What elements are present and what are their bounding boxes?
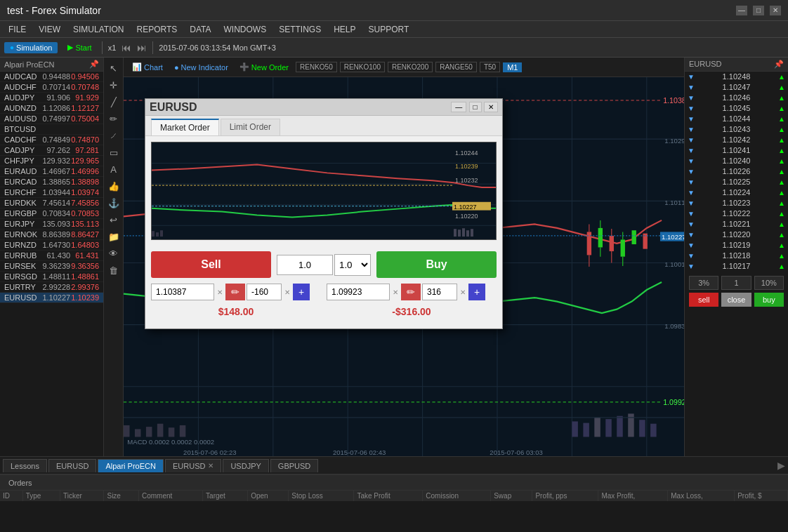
buy-button[interactable]: Buy bbox=[376, 251, 497, 278]
instrument-row[interactable]: AUDJPY 91.906 91.929 bbox=[0, 93, 103, 103]
orderbook-row[interactable]: ▼ 1.10243 ▲ bbox=[685, 124, 788, 135]
lot-dropdown[interactable]: 1.0 0.1 0.01 bbox=[334, 254, 371, 276]
instrument-row[interactable]: EURSGD 1.48811 1.48861 bbox=[0, 272, 103, 282]
instrument-row[interactable]: CHFJPY 129.932 129.965 bbox=[0, 156, 103, 166]
lessons-tab[interactable]: Lessons bbox=[3, 459, 47, 472]
orderbook-row[interactable]: ▼ 1.10219 ▲ bbox=[685, 240, 788, 251]
orderbook-row[interactable]: ▼ 1.10224 ▲ bbox=[685, 187, 788, 198]
orderbook-row[interactable]: ▼ 1.10222 ▲ bbox=[685, 208, 788, 219]
text-tool[interactable]: A bbox=[106, 161, 122, 177]
dialog-minimize[interactable]: — bbox=[451, 102, 466, 112]
new-order-button[interactable]: ➕ New Order bbox=[235, 61, 293, 73]
quick-close-button[interactable]: close bbox=[721, 293, 751, 307]
eye-tool[interactable]: 👁 bbox=[106, 246, 122, 261]
period-m1-button[interactable]: M1 bbox=[503, 62, 522, 72]
buy-edit-button[interactable]: ✏ bbox=[401, 284, 421, 300]
start-button[interactable]: ▶ Start bbox=[63, 41, 96, 53]
limit-order-tab[interactable]: Limit Order bbox=[221, 119, 280, 135]
renko100-tag[interactable]: RENKO100 bbox=[340, 62, 385, 72]
eurusd-tab1[interactable]: EURUSD bbox=[48, 459, 96, 472]
simulation-button[interactable]: ● Simulation bbox=[4, 42, 58, 53]
pin-icon2[interactable]: 📌 bbox=[774, 60, 784, 69]
cursor-tool[interactable]: ↖ bbox=[106, 60, 122, 76]
orderbook-row[interactable]: ▼ 1.10221 ▲ bbox=[685, 219, 788, 230]
maximize-button[interactable]: □ bbox=[753, 6, 764, 15]
quick-buy-button[interactable]: buy bbox=[754, 293, 784, 307]
minimize-button[interactable]: — bbox=[736, 6, 747, 15]
eurusd-tab2[interactable]: EURUSD ✕ bbox=[165, 459, 221, 472]
folder-tool[interactable]: 📁 bbox=[106, 229, 122, 244]
market-order-tab[interactable]: Market Order bbox=[151, 119, 219, 135]
orderbook-row[interactable]: ▼ 1.10223 ▲ bbox=[685, 198, 788, 208]
pencil-tool[interactable]: ✏ bbox=[106, 111, 122, 126]
tab-close-icon[interactable]: ✕ bbox=[208, 462, 214, 470]
dialog-restore[interactable]: □ bbox=[469, 102, 482, 112]
orderbook-row[interactable]: ▼ 1.10245 ▲ bbox=[685, 103, 788, 114]
buy-price-input[interactable] bbox=[327, 284, 390, 300]
menu-help[interactable]: HELP bbox=[328, 23, 361, 36]
orderbook-row[interactable]: ▼ 1.10218 ▲ bbox=[685, 251, 788, 261]
menu-simulation[interactable]: SIMULATION bbox=[67, 23, 129, 36]
gbpusd-tab[interactable]: GBPUSD bbox=[270, 459, 318, 472]
orderbook-row[interactable]: ▼ 1.10240 ▲ bbox=[685, 156, 788, 166]
instrument-row[interactable]: CADJPY 97.262 97.281 bbox=[0, 145, 103, 156]
instrument-row[interactable]: EURUSD 1.10227 1.10239 bbox=[0, 293, 103, 303]
orderbook-row[interactable]: ▼ 1.10244 ▲ bbox=[685, 114, 788, 124]
orderbook-row[interactable]: ▼ 1.10247 ▲ bbox=[685, 82, 788, 93]
chart-button[interactable]: 📊 Chart bbox=[128, 61, 167, 73]
orderbook-row[interactable]: ▼ 1.10217 ▲ bbox=[685, 261, 788, 272]
orderbook-row[interactable]: ▼ 1.10242 ▲ bbox=[685, 135, 788, 145]
pct1-button[interactable]: 3% bbox=[689, 276, 718, 290]
orderbook-row[interactable]: ▼ 1.10248 ▲ bbox=[685, 72, 788, 82]
menu-reports[interactable]: REPORTS bbox=[131, 23, 183, 36]
instrument-row[interactable]: EURNZD 1.64730 1.64803 bbox=[0, 240, 103, 251]
usdjpy-tab[interactable]: USDJPY bbox=[223, 459, 268, 472]
crosshair-tool[interactable]: ✛ bbox=[106, 77, 122, 93]
instrument-row[interactable]: AUDCAD 0.94488 0.94506 bbox=[0, 72, 103, 82]
orderbook-row[interactable]: ▼ 1.10246 ▲ bbox=[685, 93, 788, 103]
dialog-close[interactable]: ✕ bbox=[484, 102, 498, 112]
buy-pips-input[interactable] bbox=[422, 284, 457, 300]
menu-support[interactable]: SUPPORT bbox=[363, 23, 415, 36]
instrument-row[interactable]: EURCAD 1.38865 1.38898 bbox=[0, 177, 103, 187]
instrument-row[interactable]: AUDUSD 0.74997 0.75004 bbox=[0, 114, 103, 124]
new-indicator-button[interactable]: ● New Indicator bbox=[170, 62, 232, 73]
menu-windows[interactable]: WINDOWS bbox=[218, 23, 272, 36]
instrument-row[interactable]: AUDNZD 1.12086 1.12127 bbox=[0, 103, 103, 114]
undo-tool[interactable]: ↩ bbox=[106, 212, 122, 227]
close-button[interactable]: ✕ bbox=[770, 6, 781, 15]
sell-price-input[interactable] bbox=[151, 284, 214, 300]
pct2-button[interactable]: 1 bbox=[721, 276, 751, 290]
instrument-row[interactable]: EURJPY 135.093 135.113 bbox=[0, 219, 103, 230]
menu-data[interactable]: DATA bbox=[184, 23, 216, 36]
instrument-row[interactable]: BTCUSD bbox=[0, 124, 103, 135]
next-btn[interactable]: ⏭ bbox=[137, 42, 147, 53]
instrument-row[interactable]: EURDKK 7.45614 7.45856 bbox=[0, 198, 103, 208]
instrument-row[interactable]: EURCHF 1.03944 1.03974 bbox=[0, 187, 103, 198]
orderbook-row[interactable]: ▼ 1.10225 ▲ bbox=[685, 177, 788, 187]
lot-input[interactable] bbox=[277, 255, 333, 275]
sell-button[interactable]: Sell bbox=[151, 251, 271, 278]
line-tool[interactable]: ╱ bbox=[106, 94, 122, 109]
chart-canvas[interactable]: 1.10387 1.09923 bbox=[124, 77, 684, 456]
sell-pips-input[interactable] bbox=[247, 284, 282, 300]
instrument-row[interactable]: CADCHF 0.74849 0.74870 bbox=[0, 135, 103, 145]
instrument-row[interactable]: EURRUB 61.430 61.431 bbox=[0, 251, 103, 261]
pct3-button[interactable]: 10% bbox=[754, 276, 784, 290]
instrument-row[interactable]: EURNOK 8.86389 8.86427 bbox=[0, 230, 103, 240]
alpari-tab[interactable]: Alpari ProECN bbox=[98, 459, 164, 472]
menu-settings[interactable]: SETTINGS bbox=[273, 23, 327, 36]
orderbook-row[interactable]: ▼ 1.10226 ▲ bbox=[685, 166, 788, 177]
renko200-tag[interactable]: RENKO200 bbox=[388, 62, 433, 72]
orderbook-row[interactable]: ▼ 1.10220 ▲ bbox=[685, 230, 788, 240]
shape-tool[interactable]: ▭ bbox=[106, 145, 122, 160]
instrument-row[interactable]: AUDCHF 0.70714 0.70748 bbox=[0, 82, 103, 93]
like-tool[interactable]: 👍 bbox=[106, 178, 122, 194]
menu-view[interactable]: VIEW bbox=[33, 23, 66, 36]
sell-plus-button[interactable]: + bbox=[293, 284, 310, 300]
trend-tool[interactable]: ⟋ bbox=[106, 128, 122, 143]
sell-edit-button[interactable]: ✏ bbox=[225, 284, 245, 300]
renko50-tag[interactable]: RENKO50 bbox=[296, 62, 337, 72]
quick-sell-button[interactable]: sell bbox=[689, 293, 718, 307]
orderbook-row[interactable]: ▼ 1.10241 ▲ bbox=[685, 145, 788, 156]
